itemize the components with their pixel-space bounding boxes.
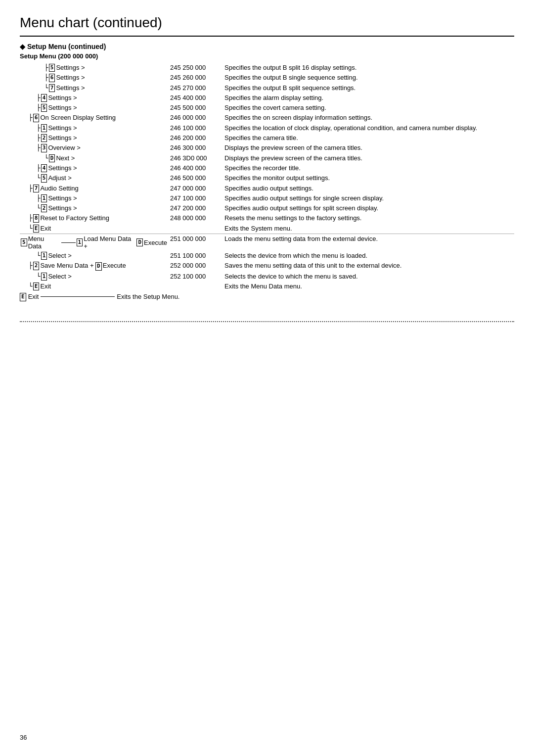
- page-title: Menu chart (continued): [20, 15, 514, 37]
- desc-cell: Specifies the monitor output settings.: [222, 173, 514, 183]
- code-cell: 246 300 000: [168, 143, 222, 153]
- desc-cell: Selects the device to which the menu is …: [222, 272, 514, 282]
- page-number: 36: [20, 734, 27, 741]
- code-cell: 245 500 000: [168, 103, 222, 113]
- section-subtitle: ◆ Setup Menu (continued): [20, 43, 514, 50]
- code-cell: 251 100 000: [168, 251, 222, 261]
- code-cell: 251 000 000: [168, 234, 222, 251]
- tree-cell: ├ 1 Settings >: [20, 123, 168, 133]
- table-row: └ 2 Settings > 247 200 000Specifies audi…: [20, 203, 514, 213]
- desc-cell: Specifies the camera title.: [222, 133, 514, 143]
- tree-cell: └ E Exit: [20, 224, 168, 234]
- table-row: 5 Menu Data 1 Load Menu Data + D Execute…: [20, 234, 514, 251]
- desc-cell: Saves the menu setting data of this unit…: [222, 261, 514, 271]
- dotted-separator: [20, 321, 514, 322]
- code-cell: 245 400 000: [168, 93, 222, 103]
- table-row: ├ 2 Settings > 246 200 000Specifies the …: [20, 133, 514, 143]
- desc-cell: Resets the menu settings to the factory …: [222, 213, 514, 223]
- code-cell: 246 200 000: [168, 133, 222, 143]
- table-row: └ E Exit Exits the System menu.: [20, 224, 514, 234]
- table-row: └ 5 Adjust > 246 500 000Specifies the mo…: [20, 173, 514, 183]
- table-row: ├ 1 Settings > 247 100 000Specifies audi…: [20, 193, 514, 203]
- bottom-exit-badge: E: [20, 292, 26, 301]
- table-row: ├ 1 Settings > 246 100 000Specifies the …: [20, 123, 514, 133]
- table-row: └ 1 Select > 251 100 000Selects the devi…: [20, 251, 514, 261]
- code-cell: 245 250 000: [168, 63, 222, 73]
- tree-cell: ├ 8 Reset to Factory Setting: [20, 213, 168, 223]
- table-row: ├ 4 Settings > 246 400 000Specifies the …: [20, 163, 514, 173]
- tree-cell: ├ 6 Settings >: [20, 73, 168, 83]
- table-row: └ D Next > 246 3D0 000Displays the previ…: [20, 153, 514, 163]
- table-row: └ 1 Select > 252 100 000Selects the devi…: [20, 272, 514, 282]
- code-cell: 245 260 000: [168, 73, 222, 83]
- tree-cell: ├ 5 Settings >: [20, 63, 168, 73]
- desc-cell: Displays the preview screen of the camer…: [222, 143, 514, 153]
- tree-cell: ├ 4 Settings >: [20, 93, 168, 103]
- bottom-exit-row: E Exit Exits the Setup Menu.: [20, 292, 514, 301]
- tree-cell: └ 2 Settings >: [20, 203, 168, 213]
- menu-chart-table: ├ 5 Settings > 245 250 000Specifies the …: [20, 63, 514, 291]
- desc-cell: Exits the System menu.: [222, 224, 514, 234]
- table-row: └ E Exit Exits the Menu Data menu.: [20, 282, 514, 291]
- desc-cell: Loads the menu setting data from the ext…: [222, 234, 514, 251]
- tree-cell: ├ 1 Settings >: [20, 193, 168, 203]
- table-row: ├ 4 Settings > 245 400 000Specifies the …: [20, 93, 514, 103]
- desc-cell: Specifies the alarm display setting.: [222, 93, 514, 103]
- tree-cell: ├ 5 Settings >: [20, 103, 168, 113]
- table-row: ├ 5 Settings > 245 500 000Specifies the …: [20, 103, 514, 113]
- tree-cell: └ 5 Adjust >: [20, 173, 168, 183]
- bottom-exit-label: Exit: [28, 293, 39, 300]
- code-cell: 246 100 000: [168, 123, 222, 133]
- code-cell: 247 000 000: [168, 184, 222, 193]
- desc-cell: Specifies audio output settings for sing…: [222, 193, 514, 203]
- setup-menu-title: Setup Menu (200 000 000): [20, 52, 514, 60]
- tree-cell: 5 Menu Data 1 Load Menu Data + D Execute: [20, 234, 168, 251]
- desc-cell: Specifies the output B split sequence se…: [222, 83, 514, 93]
- tree-cell: ├ 2 Settings >: [20, 133, 168, 143]
- desc-cell: Displays the preview screen of the camer…: [222, 153, 514, 163]
- tree-cell: └ 1 Select >: [20, 272, 168, 282]
- tree-cell: └ 7 Settings >: [20, 83, 168, 93]
- code-cell: 252 000 000: [168, 261, 222, 271]
- tree-cell: ├ 7 Audio Setting: [20, 184, 168, 193]
- code-cell: 246 500 000: [168, 173, 222, 183]
- table-row: ├ 8 Reset to Factory Setting 248 000 000…: [20, 213, 514, 223]
- code-cell: [168, 224, 222, 234]
- tree-cell: └ D Next >: [20, 153, 168, 163]
- desc-cell: Selects the device from which the menu i…: [222, 251, 514, 261]
- tree-cell: └ E Exit: [20, 282, 168, 291]
- tree-cell: ├ 6 On Screen Display Setting: [20, 113, 168, 123]
- code-cell: 245 270 000: [168, 83, 222, 93]
- tree-cell: ├ 4 Settings >: [20, 163, 168, 173]
- desc-cell: Specifies the on screen display informat…: [222, 113, 514, 123]
- desc-cell: Exits the Menu Data menu.: [222, 282, 514, 291]
- table-row: ├ 5 Settings > 245 250 000Specifies the …: [20, 63, 514, 73]
- code-cell: 252 100 000: [168, 272, 222, 282]
- code-cell: 247 200 000: [168, 203, 222, 213]
- code-cell: 246 3D0 000: [168, 153, 222, 163]
- table-row: ├ 3 Overview > 246 300 000Displays the p…: [20, 143, 514, 153]
- code-cell: 248 000 000: [168, 213, 222, 223]
- code-cell: 247 100 000: [168, 193, 222, 203]
- desc-cell: Specifies the location of clock display,…: [222, 123, 514, 133]
- table-row: └ 7 Settings > 245 270 000Specifies the …: [20, 83, 514, 93]
- code-cell: [168, 282, 222, 291]
- desc-cell: Specifies audio output settings.: [222, 184, 514, 193]
- table-row: ├ 2 Save Menu Data + DExecute 252 000 00…: [20, 261, 514, 271]
- desc-cell: Specifies the recorder title.: [222, 163, 514, 173]
- tree-cell: ├ 3 Overview >: [20, 143, 168, 153]
- desc-cell: Specifies audio output settings for spli…: [222, 203, 514, 213]
- table-row: ├ 6 On Screen Display Setting 246 000 00…: [20, 113, 514, 123]
- table-row: ├ 6 Settings > 245 260 000Specifies the …: [20, 73, 514, 83]
- code-cell: 246 000 000: [168, 113, 222, 123]
- bottom-exit-desc: Exits the Setup Menu.: [117, 293, 179, 300]
- desc-cell: Specifies the covert camera setting.: [222, 103, 514, 113]
- tree-cell: └ 1 Select >: [20, 251, 168, 261]
- desc-cell: Specifies the output B split 16 display …: [222, 63, 514, 73]
- code-cell: 246 400 000: [168, 163, 222, 173]
- table-row: ├ 7 Audio Setting 247 000 000Specifies a…: [20, 184, 514, 193]
- tree-cell: ├ 2 Save Menu Data + DExecute: [20, 261, 168, 271]
- desc-cell: Specifies the output B single sequence s…: [222, 73, 514, 83]
